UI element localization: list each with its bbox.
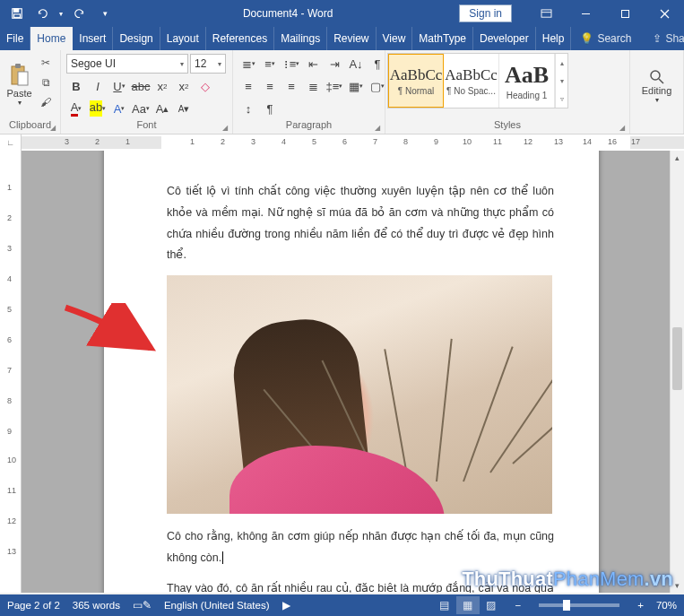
paragraph-extra2-button[interactable]: ¶ [260, 99, 280, 118]
bullets-button[interactable]: ≣▾ [238, 54, 258, 74]
tell-me-label: Search [597, 32, 631, 45]
justify-button[interactable]: ≣ [303, 76, 323, 96]
show-marks-button[interactable]: ¶ [368, 54, 387, 74]
text-effects-button[interactable]: A▾ [109, 99, 129, 118]
paste-button[interactable]: Paste ▾ [5, 54, 33, 115]
editing-button[interactable]: Editing ▾ [635, 56, 680, 117]
signin-button[interactable]: Sign in [459, 4, 512, 22]
paragraph-extra1-button[interactable]: ↕ [238, 99, 258, 118]
italic-button[interactable]: I [88, 76, 108, 96]
tab-mailings[interactable]: Mailings [274, 27, 327, 50]
lightbulb-icon: 💡 [580, 32, 593, 45]
align-left-button[interactable]: ≡ [238, 76, 258, 96]
tab-view[interactable]: View [377, 27, 413, 50]
borders-button[interactable]: ▢▾ [368, 76, 387, 96]
gallery-up-icon[interactable]: ▴ [556, 54, 567, 72]
status-words[interactable]: 365 words [73, 600, 120, 611]
zoom-out-icon[interactable]: − [515, 600, 522, 611]
styles-launcher-icon[interactable]: ◢ [617, 122, 628, 133]
status-spellcheck-icon[interactable]: ▭✎ [133, 599, 152, 612]
highlight-button[interactable]: ab▾ [88, 99, 108, 118]
tab-mathtype[interactable]: MathType [412, 27, 473, 50]
vertical-scrollbar[interactable]: ▴ ▾ [670, 151, 684, 593]
clear-formatting-icon[interactable]: ◇ [195, 76, 215, 96]
close-icon[interactable] [645, 0, 684, 27]
status-macro-icon[interactable]: ▶ [282, 599, 290, 612]
paragraph-launcher-icon[interactable]: ◢ [372, 122, 383, 133]
ribbon-display-options-icon[interactable] [526, 0, 566, 27]
underline-button[interactable]: U▾ [109, 76, 129, 96]
zoom-in-icon[interactable]: + [637, 600, 644, 611]
tab-home[interactable]: Home [30, 27, 73, 50]
style-normal[interactable]: AaBbCc ¶ Normal [388, 54, 444, 108]
sort-button[interactable]: A↓ [346, 54, 366, 74]
minimize-icon[interactable] [566, 0, 605, 27]
tab-design[interactable]: Design [113, 27, 160, 50]
maximize-icon[interactable] [605, 0, 645, 27]
format-painter-icon[interactable]: 🖌 [37, 93, 55, 111]
subscript-button[interactable]: x2 [152, 76, 172, 96]
font-launcher-icon[interactable]: ◢ [220, 122, 230, 133]
style-heading1[interactable]: AaB Heading 1 [499, 54, 555, 108]
change-case-button[interactable]: Aa▾ [131, 99, 151, 118]
shading-button[interactable]: ▦▾ [346, 76, 366, 96]
font-size-combo[interactable]: 12▾ [190, 54, 226, 74]
document-page[interactable]: Cô tiết lộ vì tính chất công việc thường… [104, 151, 599, 593]
font-name-combo[interactable]: Segoe UI▾ [66, 54, 188, 74]
font-name-value: Segoe UI [71, 57, 116, 70]
gallery-more-icon[interactable]: ▿ [556, 90, 567, 108]
undo-icon[interactable] [30, 2, 54, 25]
numbering-button[interactable]: ≡▾ [260, 54, 280, 74]
decrease-indent-button[interactable]: ⇤ [303, 54, 323, 74]
clipboard-launcher-icon[interactable]: ◢ [48, 122, 58, 133]
document-image[interactable] [167, 275, 552, 514]
tab-layout[interactable]: Layout [160, 27, 206, 50]
vertical-ruler[interactable]: 12 34 56 78 910 1112 13 [0, 151, 22, 593]
font-color-button[interactable]: A▾ [66, 99, 86, 118]
web-layout-icon[interactable]: ▨ [480, 596, 503, 614]
line-spacing-button[interactable]: ‡≡▾ [325, 76, 344, 96]
print-layout-icon[interactable]: ▦ [456, 596, 480, 614]
tab-review[interactable]: Review [327, 27, 376, 50]
increase-indent-button[interactable]: ⇥ [325, 54, 344, 74]
grow-font-button[interactable]: A▴ [152, 99, 172, 118]
redo-icon[interactable] [68, 2, 91, 25]
strikethrough-button[interactable]: abc [131, 76, 151, 96]
paragraph-3[interactable]: Thay vào đó, cô ăn rất nhiều rau củ, đặc… [167, 578, 554, 594]
superscript-button[interactable]: x2 [174, 76, 194, 96]
shrink-font-button[interactable]: A▾ [174, 99, 194, 118]
status-language[interactable]: English (United States) [164, 600, 270, 611]
tab-insert[interactable]: Insert [73, 27, 113, 50]
paragraph-2[interactable]: Cô cho rằng, không ăn cơm giúp nếp nhăn … [167, 526, 554, 569]
ruler-corner[interactable]: ∟ [0, 134, 22, 151]
status-page[interactable]: Page 2 of 2 [7, 600, 60, 611]
scroll-down-icon[interactable]: ▾ [671, 578, 684, 593]
tab-help[interactable]: Help [536, 27, 572, 50]
share-label: Share [665, 32, 684, 45]
cut-icon[interactable]: ✂ [37, 54, 55, 72]
read-mode-icon[interactable]: ▤ [433, 596, 456, 614]
tab-developer[interactable]: Developer [473, 27, 536, 50]
styles-gallery[interactable]: AaBbCc ¶ Normal AaBbCc ¶ No Spac... AaB … [387, 53, 568, 108]
tab-file[interactable]: File [0, 27, 30, 50]
undo-dropdown-icon[interactable]: ▾ [56, 2, 66, 25]
align-center-button[interactable]: ≡ [260, 76, 280, 96]
copy-icon[interactable]: ⧉ [37, 74, 55, 91]
scroll-thumb[interactable] [672, 327, 682, 390]
qat-customize-icon[interactable]: ▾ [93, 2, 117, 25]
scroll-up-icon[interactable]: ▴ [671, 151, 684, 165]
share-button[interactable]: ⇪ Share [640, 27, 684, 50]
bold-button[interactable]: B [66, 76, 86, 96]
paragraph-1[interactable]: Cô tiết lộ vì tính chất công việc thường… [167, 181, 554, 266]
svg-rect-2 [14, 14, 21, 18]
align-right-button[interactable]: ≡ [281, 76, 301, 96]
zoom-slider[interactable] [539, 603, 619, 607]
horizontal-ruler[interactable]: 3 2 1 1 2 3 4 5 6 7 8 9 10 11 12 13 14 1… [22, 134, 684, 151]
tell-me-search[interactable]: 💡 Search [571, 27, 640, 50]
save-icon[interactable] [5, 2, 29, 25]
multilevel-list-button[interactable]: ⫶≡▾ [281, 54, 301, 74]
tab-references[interactable]: References [206, 27, 274, 50]
style-no-spacing[interactable]: AaBbCc ¶ No Spac... [444, 54, 499, 108]
zoom-level[interactable]: 70% [656, 600, 677, 611]
gallery-down-icon[interactable]: ▾ [556, 72, 567, 90]
